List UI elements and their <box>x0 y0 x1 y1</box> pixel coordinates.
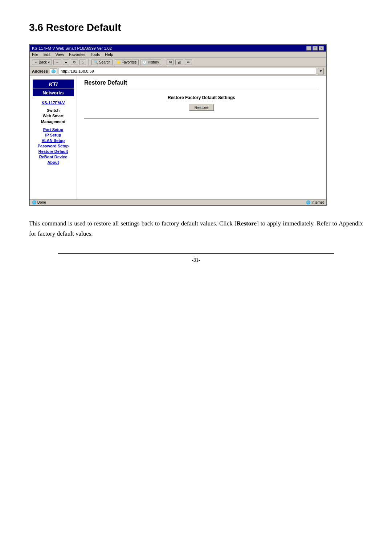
browser-menubar: File Edit View Favorites Tools Help <box>30 52 326 58</box>
address-bar: Address 🌐 ▼ <box>30 67 326 76</box>
history-button[interactable]: 🕐 History <box>140 60 161 65</box>
body-paragraph: This command is used to restore all sett… <box>29 219 363 239</box>
status-text: 🌐 Done <box>32 200 46 204</box>
menu-view[interactable]: View <box>56 52 64 57</box>
sidebar-link-vlan-setup[interactable]: VLAN Setup <box>33 138 74 143</box>
browser-content: KTI Networks KS-117FM-V Switch Web Smart… <box>30 76 326 199</box>
sidebar-section-label: Switch Web Smart Management <box>33 108 74 125</box>
sidebar-nav: Port Setup IP Setup VLAN Setup Password … <box>33 127 74 164</box>
restore-button[interactable]: Restore <box>189 104 215 111</box>
menu-edit[interactable]: Edit <box>44 52 50 57</box>
mail-button[interactable]: ✉ <box>167 60 174 65</box>
search-button[interactable]: 🔍 Search <box>91 60 113 65</box>
favorites-button[interactable]: ⭐ Favorites <box>114 60 139 65</box>
sidebar-link-ip-setup[interactable]: IP Setup <box>33 133 74 137</box>
forward-button[interactable]: → <box>53 60 61 65</box>
sidebar-link-restore-default[interactable]: Restore Default <box>33 149 74 154</box>
menu-help[interactable]: Help <box>105 52 113 57</box>
separator-1 <box>89 59 89 65</box>
minimize-button[interactable]: _ <box>306 46 311 50</box>
page-number: -31- <box>192 257 200 263</box>
kti-logo: KTI <box>33 80 74 89</box>
separator-2 <box>164 59 164 65</box>
maximize-button[interactable]: □ <box>313 46 318 50</box>
kti-networks-label: Networks <box>33 89 74 96</box>
status-zone: 🌐 Internet <box>306 200 324 204</box>
content-header: Restore Default <box>84 80 319 89</box>
sidebar-link-about[interactable]: About <box>33 160 74 164</box>
browser-toolbar: ← Back ▾ → ● ⟳ ⌂ 🔍 Search ⭐ Favorites 🕐 … <box>30 58 326 67</box>
address-dropdown-button[interactable]: ▼ <box>318 68 324 74</box>
browser-window: KS-117FM-V Web Smart P18A6999 Ver 1.02 _… <box>29 44 327 206</box>
address-input[interactable] <box>59 68 316 74</box>
address-label: Address <box>32 69 48 73</box>
stop-button[interactable]: ● <box>63 60 69 65</box>
restore-bold: Restore <box>237 220 257 227</box>
section-title: Restore Factory Default Settings <box>84 95 319 100</box>
content-divider <box>84 118 319 119</box>
main-content-area: Restore Default Restore Factory Default … <box>77 76 326 199</box>
browser-title-text: KS-117FM-V Web Smart P18A6999 Ver 1.02 <box>32 46 112 50</box>
home-button[interactable]: ⌂ <box>79 60 86 65</box>
page-title: 3.6 Restore Default <box>29 22 363 33</box>
browser-titlebar: KS-117FM-V Web Smart P18A6999 Ver 1.02 _… <box>30 45 326 52</box>
menu-file[interactable]: File <box>32 52 38 57</box>
back-button[interactable]: ← Back ▾ <box>32 60 52 65</box>
address-icon: 🌐 <box>50 69 57 74</box>
page-footer: -31- <box>58 253 334 263</box>
refresh-button[interactable]: ⟳ <box>71 60 78 65</box>
browser-sidebar: KTI Networks KS-117FM-V Switch Web Smart… <box>30 76 77 199</box>
print-button[interactable]: 🖨 <box>175 60 183 65</box>
sidebar-link-password-setup[interactable]: Password Setup <box>33 144 74 148</box>
close-button[interactable]: × <box>319 46 324 50</box>
browser-statusbar: 🌐 Done 🌐 Internet <box>30 199 326 205</box>
window-controls: _ □ × <box>306 46 324 50</box>
menu-favorites[interactable]: Favorites <box>69 52 85 57</box>
sidebar-link-reboot-device[interactable]: ReBoot Device <box>33 155 74 159</box>
sidebar-link-port-setup[interactable]: Port Setup <box>33 127 74 132</box>
menu-tools[interactable]: Tools <box>91 52 100 57</box>
edit-button[interactable]: ✏ <box>185 60 192 65</box>
sidebar-link-device[interactable]: KS-117FM-V <box>33 101 74 105</box>
